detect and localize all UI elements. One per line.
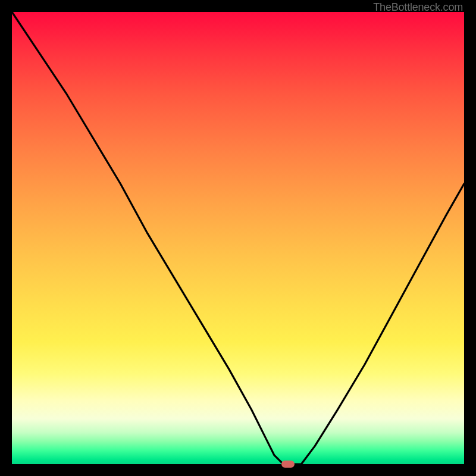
optimal-point-marker: [281, 461, 295, 468]
bottleneck-curve: [12, 12, 464, 464]
chart-frame: TheBottleneck.com: [0, 0, 476, 476]
plot-area: [12, 12, 464, 464]
